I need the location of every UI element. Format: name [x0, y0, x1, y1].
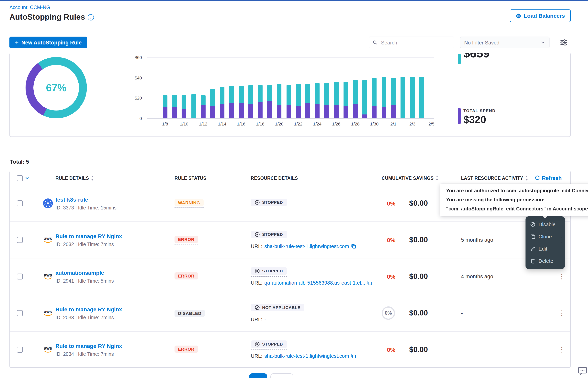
url-label: URL: — [251, 316, 262, 322]
page-title: AutoStopping Rules i — [9, 13, 94, 22]
select-all-checkbox[interactable] — [17, 175, 23, 181]
select-menu-chevron-icon[interactable] — [25, 176, 29, 180]
x-axis-tick-label: 2/1 — [385, 122, 402, 126]
sort-icon[interactable] — [525, 176, 528, 180]
bar-segment-spend — [334, 105, 339, 118]
delete-icon — [530, 258, 535, 264]
row-menu-button[interactable]: ⋮ — [556, 272, 568, 281]
kubernetes-icon — [43, 198, 53, 208]
row-checkbox[interactable] — [17, 347, 23, 352]
x-axis-tick-label: 1/8 — [156, 122, 174, 126]
bar-segment-spend — [305, 103, 310, 119]
table-row: aws Rule to manage RY Nginx ID: 2032 | I… — [10, 221, 570, 258]
total-savings-value: $659 — [463, 53, 490, 60]
bar-segment-spend — [382, 107, 386, 118]
stopped-icon — [255, 341, 260, 347]
savings-amount: $0.00 — [409, 199, 428, 207]
savings-donut: 67% — [26, 57, 87, 118]
row-checkbox[interactable] — [17, 237, 23, 243]
bar-segment-savings — [277, 84, 282, 105]
pagination-current-page[interactable] — [249, 373, 267, 378]
last-activity: - — [461, 347, 463, 352]
rule-meta: ID: 2941 | Idle Time: 5mins — [55, 278, 114, 284]
rule-name-link[interactable]: Rule to manage RY Nginx — [55, 343, 122, 349]
gear-icon: ⚙ — [516, 13, 521, 19]
permission-tooltip: You are not authorized to ccm_autostoppi… — [440, 184, 588, 216]
row-checkbox[interactable] — [17, 200, 23, 206]
pagination-next-page[interactable] — [270, 373, 293, 378]
bar-segment-spend — [248, 104, 253, 118]
bar-segment-savings — [248, 85, 253, 104]
bar-segment-savings — [191, 94, 196, 118]
menu-item-disable[interactable]: Disable — [525, 218, 565, 230]
status-badge: ERROR — [175, 236, 198, 243]
savings-percent-label: 67% — [46, 82, 66, 94]
resource-url-link[interactable]: qa-automation-alb-515563988.us-east-1.el… — [264, 280, 365, 285]
account-breadcrumb[interactable]: Account: CCM-NG — [9, 5, 50, 10]
row-menu-button[interactable]: ⋮ — [556, 309, 568, 317]
refresh-button[interactable]: Refresh — [532, 175, 564, 181]
copy-icon[interactable] — [351, 353, 356, 358]
total-spend-value: $320 — [463, 114, 486, 126]
saved-filter-dropdown[interactable]: No Filter Saved — [460, 37, 550, 48]
rule-name-link[interactable]: Rule to manage RY Nginx — [55, 306, 122, 312]
rule-name-link[interactable]: Rule to manage RY Nginx — [55, 233, 122, 239]
header-divider — [0, 34, 588, 34]
rule-meta: ID: 2032 | Idle Time: 7mins — [55, 242, 122, 247]
bar-segment-savings — [382, 77, 386, 107]
rule-name-link[interactable]: automationsample — [55, 270, 104, 276]
last-activity: - — [461, 310, 463, 316]
bar-segment-spend — [344, 106, 348, 118]
col-rule-details: RULE DETAILS — [55, 176, 94, 180]
savings-percent-ring: 0% — [382, 306, 395, 320]
search-input[interactable] — [380, 39, 450, 46]
copy-icon[interactable] — [367, 280, 372, 285]
new-autostopping-rule-button[interactable]: + New AutoStopping Rule — [9, 37, 87, 48]
help-chat-button[interactable] — [577, 366, 588, 377]
not-applicable-icon — [255, 305, 260, 310]
bar-segment-spend — [229, 103, 234, 119]
refresh-icon — [534, 175, 540, 181]
menu-item-clone[interactable]: Clone — [525, 230, 565, 243]
col-cumulative-savings: CUMULATIVE SAVINGS — [382, 176, 439, 180]
rule-meta: ID: 2033 | Idle Time: 7mins — [55, 315, 122, 320]
top-accent-line — [0, 0, 588, 1]
bar-segment-spend — [172, 107, 177, 118]
savings-amount: $0.00 — [409, 235, 428, 244]
bar-segment-spend — [267, 101, 272, 118]
row-menu-button[interactable]: ⋮ — [556, 345, 568, 354]
bar-segment-spend — [220, 104, 224, 118]
menu-item-edit[interactable]: Edit — [525, 243, 565, 255]
col-last-resource-activity: LAST RESOURCE ACTIVITY — [461, 176, 528, 180]
bar-segment-spend — [391, 105, 396, 118]
savings-percent: 0% — [369, 273, 396, 280]
resource-url-link[interactable]: sha-bulk-rule-test-1.lightwingtest.com — [264, 353, 349, 359]
load-balancers-button[interactable]: ⚙ Load Balancers — [510, 9, 571, 22]
copy-icon[interactable] — [351, 243, 356, 249]
url-label: URL: — [251, 280, 262, 285]
bar-segment-spend — [210, 106, 215, 118]
status-badge: ERROR — [175, 272, 198, 279]
col-rule-status: RULE STATUS — [175, 176, 206, 180]
edit-icon — [530, 246, 535, 251]
chart-gridline — [147, 118, 434, 119]
aws-icon: aws — [44, 346, 52, 353]
info-icon[interactable]: i — [88, 14, 94, 20]
resource-url-link[interactable]: - — [264, 316, 266, 322]
sort-icon[interactable] — [435, 176, 439, 180]
bar-segment-savings — [372, 78, 377, 106]
filter-settings-button[interactable] — [559, 38, 568, 48]
row-checkbox[interactable] — [17, 273, 23, 279]
spend-savings-bar-chart: $60$40$2001/81/101/121/141/161/181/201/2… — [124, 55, 446, 130]
menu-item-delete[interactable]: Delete — [525, 255, 565, 267]
last-activity: 5 months ago — [461, 237, 493, 243]
bar-segment-savings — [315, 83, 320, 104]
search-icon — [373, 40, 378, 45]
row-context-menu: Disable Clone Edit Delete — [525, 216, 565, 269]
row-checkbox[interactable] — [17, 310, 23, 316]
sort-icon[interactable] — [91, 176, 94, 180]
bar-segment-spend — [362, 114, 367, 118]
rule-name-link[interactable]: test-k8s-rule — [55, 196, 88, 202]
bar-segment-savings — [239, 86, 243, 103]
resource-url-link[interactable]: sha-bulk-rule-test-1.lightwingtest.com — [264, 243, 349, 249]
